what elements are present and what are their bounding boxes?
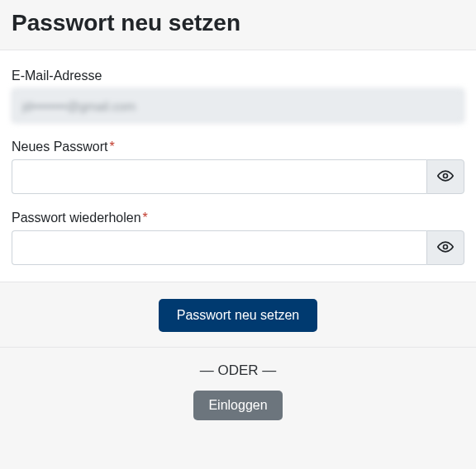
new-password-label-text: Neues Passwort	[12, 140, 108, 154]
toggle-repeat-password-visibility-button[interactable]	[426, 230, 464, 265]
alternative-section: — ODER — Einloggen	[0, 347, 476, 420]
repeat-password-input[interactable]	[12, 230, 426, 265]
eye-icon	[437, 168, 454, 187]
toggle-password-visibility-button[interactable]	[426, 159, 464, 194]
svg-point-1	[444, 244, 448, 249]
new-password-field-group: Neues Passwort*	[12, 140, 464, 194]
repeat-password-label: Passwort wiederholen*	[12, 211, 464, 225]
eye-icon	[437, 239, 454, 258]
required-marker: *	[110, 140, 115, 154]
email-input	[12, 88, 464, 123]
password-reset-form: E-Mail-Adresse Neues Passwort* Passwort …	[0, 50, 476, 282]
or-divider-text: — ODER —	[12, 362, 464, 379]
repeat-password-field-group: Passwort wiederholen*	[12, 211, 464, 265]
submit-reset-button[interactable]: Passwort neu setzen	[159, 299, 318, 332]
page-title: Passwort neu setzen	[0, 0, 476, 50]
svg-point-0	[444, 173, 448, 178]
required-marker: *	[143, 211, 148, 225]
new-password-label: Neues Passwort*	[12, 140, 464, 154]
repeat-password-label-text: Passwort wiederholen	[12, 211, 141, 225]
new-password-input[interactable]	[12, 159, 426, 194]
email-label: E-Mail-Adresse	[12, 69, 464, 83]
login-button[interactable]: Einloggen	[193, 391, 282, 420]
email-field-group: E-Mail-Adresse	[12, 69, 464, 123]
submit-area: Passwort neu setzen	[0, 282, 476, 347]
